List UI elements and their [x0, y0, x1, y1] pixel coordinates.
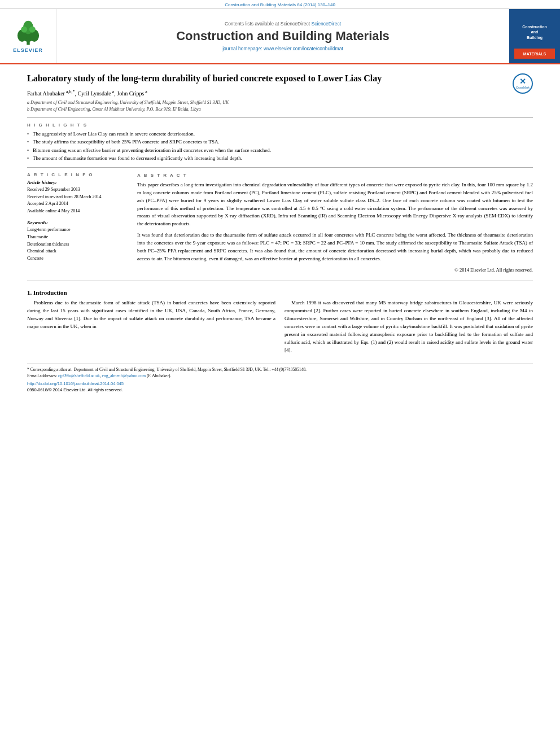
intro-body-columns: Problems due to the thaumasite form of s… — [27, 299, 533, 358]
intro-para-1-col1: Problems due to the thaumasite form of s… — [27, 299, 275, 331]
abstract-para-2: It was found that deterioration due to t… — [137, 231, 533, 263]
elsevier-tree-icon — [11, 19, 45, 47]
keyword-5: Concrete — [27, 255, 126, 263]
footnotes-section: * Corresponding author at: Department of… — [27, 364, 533, 379]
author-1-name: Farhat Abubaker — [27, 91, 65, 97]
divider-before-intro — [27, 281, 533, 281]
main-content: ✕ CrossMark Laboratory study of the long… — [0, 64, 560, 400]
article-info-label: A R T I C L E I N F O — [27, 172, 126, 177]
cover-materials-text: MATERIALS — [523, 52, 546, 56]
elsevier-logo: ELSEVIER — [11, 19, 45, 53]
doi-bar: http://dx.doi.org/10.1016/j.conbuildmat.… — [27, 381, 533, 386]
doi-link[interactable]: http://dx.doi.org/10.1016/j.conbuildmat.… — [27, 381, 124, 386]
homepage-url[interactable]: www.elsevier.com/locate/conbuildmat — [264, 46, 343, 51]
svg-point-6 — [29, 27, 35, 33]
email-2[interactable]: eng_almenfi@yahoo.com — [102, 373, 146, 378]
received-date: Received 29 September 2013 — [27, 186, 126, 194]
sciencedirect-line: Contents lists available at ScienceDirec… — [225, 21, 341, 27]
email-label: E-mail addresses: — [27, 373, 57, 378]
highlights-section: H I G H L I G H T S The aggressivity of … — [27, 123, 533, 163]
author-3-name: John Cripps — [117, 91, 144, 97]
authors-line: Farhat Abubaker a,b,*, Cyril Lynsdale a,… — [27, 89, 533, 97]
revised-date: Received in revised form 28 March 2014 — [27, 194, 126, 201]
keyword-1: Long-term performance — [27, 226, 126, 234]
introduction-section: 1. Introduction Problems due to the thau… — [27, 289, 533, 358]
svg-point-5 — [21, 27, 27, 33]
journal-header-center: Contents lists available at ScienceDirec… — [56, 9, 509, 63]
journal-cover-right: Construction and Building MATERIALS — [509, 9, 560, 63]
accepted-date: Accepted 2 April 2014 — [27, 200, 126, 208]
author-3-sup: a — [144, 89, 147, 94]
issn-copyright: 0950-0618/© 2014 Elsevier Ltd. All right… — [27, 387, 533, 392]
keyword-4: Chemical attack — [27, 248, 126, 255]
elsevier-brand-text: ELSEVIER — [13, 47, 43, 53]
journal-cover-image: Construction and Building MATERIALS — [514, 14, 555, 59]
author-2-name: Cyril Lynsdale — [78, 91, 111, 97]
article-info-abstract-section: A R T I C L E I N F O Article history: R… — [27, 172, 533, 274]
copyright-line: © 2014 Elsevier Ltd. All rights reserved… — [137, 267, 533, 274]
email-1[interactable]: cjp09fu@sheffield.ac.uk — [58, 373, 100, 378]
highlight-item-2: The study affirms the susceptibility of … — [27, 138, 533, 146]
cover-red-bar: MATERIALS — [514, 49, 555, 59]
journal-citation: Construction and Building Materials 64 (… — [225, 2, 335, 7]
highlight-item-1: The aggressivity of Lower Lias Clay can … — [27, 130, 533, 138]
highlight-item-4: The amount of thaumasite formation was f… — [27, 155, 533, 163]
divider-after-affiliations — [27, 117, 533, 118]
corresponding-author-note: * Corresponding author at: Department of… — [27, 366, 533, 373]
available-date: Available online 4 May 2014 — [27, 208, 126, 215]
journal-citation-bar: Construction and Building Materials 64 (… — [0, 0, 560, 8]
abstract-column: A B S T R A C T This paper describes a l… — [137, 172, 533, 274]
abstract-para-1: This paper describes a long-term investi… — [137, 181, 533, 229]
article-info-column: A R T I C L E I N F O Article history: R… — [27, 172, 126, 274]
crossmark-badge[interactable]: ✕ CrossMark — [513, 73, 533, 94]
email-line: E-mail addresses: cjp09fu@sheffield.ac.u… — [27, 373, 533, 379]
highlight-item-3: Bitumen coating was an effective barrier… — [27, 147, 533, 155]
affiliation-a: a Department of Civil and Structural Eng… — [27, 99, 533, 106]
intro-col-left: Problems due to the thaumasite form of s… — [27, 299, 275, 358]
keyword-2: Thaumasite — [27, 234, 126, 241]
abstract-label: A B S T R A C T — [137, 172, 533, 179]
crossmark-label: CrossMark — [516, 86, 530, 89]
cover-title-construction: Construction and Building — [522, 24, 547, 40]
section-1-title: 1. Introduction — [27, 289, 533, 296]
journal-title: Construction and Building Materials — [176, 29, 390, 43]
email-note: (F. Abubaker). — [147, 373, 171, 378]
article-history-label: Article history: — [27, 180, 126, 185]
keywords-label: Keywords: — [27, 220, 126, 225]
intro-col-right: March 1998 it was discovered that many M… — [285, 299, 533, 358]
divider-after-highlights — [27, 167, 533, 168]
sciencedirect-link[interactable]: ScienceDirect — [312, 21, 341, 27]
highlights-label: H I G H L I G H T S — [27, 123, 533, 128]
keyword-3: Deterioration thickness — [27, 241, 126, 248]
intro-para-1-col2: March 1998 it was discovered that many M… — [285, 299, 533, 355]
abstract-text: This paper describes a long-term investi… — [137, 181, 533, 274]
elsevier-logo-container: ELSEVIER — [0, 9, 56, 63]
journal-homepage: journal homepage: www.elsevier.com/locat… — [222, 46, 343, 51]
paper-title: Laboratory study of the long-term durabi… — [27, 72, 533, 85]
author-1-sup: a,b, — [65, 89, 73, 94]
affiliations: a Department of Civil and Structural Eng… — [27, 99, 533, 113]
crossmark-icon: ✕ — [519, 78, 526, 86]
journal-header: ELSEVIER Contents lists available at Sci… — [0, 8, 560, 64]
affiliation-b: b Department of Civil Engineering, Omar … — [27, 106, 533, 113]
